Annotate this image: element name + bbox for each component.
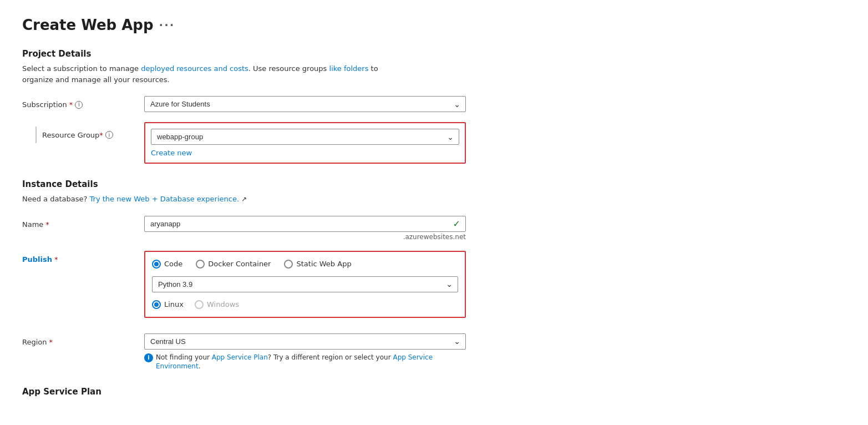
app-service-plan-section: App Service Plan [22, 387, 846, 397]
name-label: Name * [22, 216, 144, 229]
publish-box: Code Docker Container Static Web App [144, 251, 466, 318]
runtime-stack-select[interactable]: Python 3.9 [152, 276, 458, 292]
publish-static-option[interactable]: Static Web App [284, 260, 351, 269]
resource-group-select[interactable]: webapp-group [151, 129, 459, 145]
subscription-control: Azure for Students [144, 96, 466, 112]
resource-group-required: * [99, 131, 103, 139]
region-select-wrapper: Central US [144, 333, 466, 350]
publish-control: Code Docker Container Static Web App [144, 251, 466, 318]
subscription-select-wrapper: Azure for Students [144, 96, 466, 112]
runtime-stack-row: Python 3.9 [152, 276, 458, 292]
create-new-link[interactable]: Create new [151, 149, 192, 157]
publish-docker-option[interactable]: Docker Container [196, 260, 271, 269]
os-linux-option[interactable]: Linux [152, 300, 184, 309]
publish-code-option[interactable]: Code [152, 260, 182, 269]
region-label: Region * [22, 333, 144, 346]
os-windows-label: Windows [207, 300, 239, 308]
project-details-description: Select a subscription to manage deployed… [22, 63, 410, 85]
runtime-stack-select-wrapper: Python 3.9 [152, 276, 458, 292]
os-radio-group: Linux Windows [152, 300, 458, 309]
page-title-dots: ··· [159, 18, 175, 32]
subscription-label: Subscription * i [22, 96, 144, 109]
web-database-link[interactable]: Try the new Web + Database experience. [90, 195, 240, 203]
name-check-icon: ✓ [453, 219, 460, 229]
name-row: Name * ✓ .azurewebsites.net [22, 216, 846, 241]
region-select[interactable]: Central US [144, 333, 466, 350]
subscription-row: Subscription * i Azure for Students [22, 96, 846, 112]
resource-group-row: Resource Group * i webapp-group Create n… [22, 122, 846, 164]
os-linux-radio [152, 300, 161, 309]
publish-radio-group: Code Docker Container Static Web App [152, 260, 458, 269]
os-linux-label: Linux [164, 300, 184, 308]
region-info-icon: i [144, 353, 153, 362]
resource-group-control: webapp-group Create new [144, 122, 466, 164]
instance-details-heading: Instance Details [22, 179, 846, 189]
publish-code-label: Code [164, 260, 182, 268]
app-service-plan-link[interactable]: App Service Plan [212, 353, 268, 361]
app-service-plan-heading: App Service Plan [22, 387, 846, 397]
subscription-info-icon[interactable]: i [75, 101, 83, 109]
page-title-section: Create Web App ··· [22, 17, 846, 33]
publish-docker-radio [196, 260, 205, 269]
region-row: Region * Central US i Not finding your A… [22, 333, 846, 372]
name-required: * [45, 220, 49, 229]
external-link-icon: ↗ [241, 195, 247, 203]
subscription-required: * [69, 100, 73, 109]
name-input[interactable] [144, 216, 466, 232]
resource-group-select-wrapper: webapp-group [151, 129, 459, 145]
domain-suffix: .azurewebsites.net [144, 233, 466, 241]
instance-details-description: Need a database? Try the new Web + Datab… [22, 194, 410, 205]
folders-link[interactable]: like folders [329, 64, 369, 73]
publish-row: Publish * Code Docker Container [22, 251, 846, 318]
resource-group-box: webapp-group Create new [144, 122, 466, 164]
project-details-heading: Project Details [22, 49, 846, 59]
resource-group-info-icon[interactable]: i [105, 131, 113, 139]
region-required: * [49, 338, 53, 346]
project-details-section: Project Details Select a subscription to… [22, 49, 846, 164]
publish-label: Publish * [22, 251, 144, 264]
os-windows-radio [195, 300, 204, 309]
page-title: Create Web App [22, 17, 154, 33]
publish-static-label: Static Web App [296, 260, 351, 268]
resource-group-label: Resource Group * i [22, 122, 144, 143]
name-control: ✓ .azurewebsites.net [144, 216, 466, 241]
deployed-resources-link[interactable]: deployed resources and costs [141, 64, 248, 73]
publish-static-radio [284, 260, 293, 269]
name-input-wrapper: ✓ [144, 216, 466, 232]
region-control: Central US i Not finding your App Servic… [144, 333, 466, 372]
publish-code-radio [152, 260, 161, 269]
publish-docker-label: Docker Container [208, 260, 271, 268]
region-info: i Not finding your App Service Plan? Try… [144, 353, 455, 372]
subscription-select[interactable]: Azure for Students [144, 96, 466, 112]
app-service-env-link[interactable]: App Service Environment [156, 353, 433, 371]
instance-details-section: Instance Details Need a database? Try th… [22, 179, 846, 318]
publish-required: * [54, 255, 58, 264]
os-windows-option[interactable]: Windows [195, 300, 239, 309]
